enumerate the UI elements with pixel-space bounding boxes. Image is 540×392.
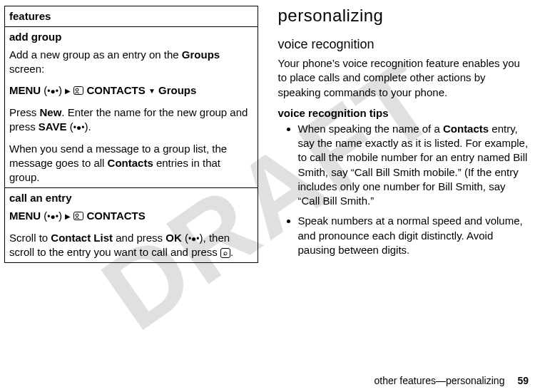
- text: Scroll to: [9, 232, 51, 244]
- groups-label: Groups: [158, 84, 196, 96]
- contacts-label: CONTACTS: [87, 210, 146, 222]
- menu-label: MENU: [9, 210, 41, 222]
- call-entry-title: call an entry: [9, 191, 253, 205]
- text: Press: [9, 106, 40, 118]
- contacts-label: Contacts: [443, 123, 489, 135]
- voice-recognition-heading: voice recognition: [278, 37, 529, 52]
- right-column: personalizing voice recognition Your pho…: [267, 6, 529, 392]
- contacts-label: Contacts: [108, 157, 153, 169]
- menu-label: MENU: [9, 84, 41, 96]
- voice-recognition-intro: Your phone’s voice recognition feature e…: [278, 56, 529, 100]
- add-group-menu-path: MENU (•●•) ▶ CONTACTS ▼ Groups: [9, 83, 253, 98]
- text: Add a new group as an entry on the: [9, 48, 182, 61]
- add-group-cell: add group Add a new group as an entry on…: [5, 27, 258, 188]
- groups-label: Groups: [182, 48, 220, 61]
- list-item: Speak numbers at a normal speed and volu…: [298, 214, 529, 257]
- text: .: [230, 246, 233, 258]
- call-entry-p1: Scroll to Contact List and press OK (•●•…: [9, 231, 253, 260]
- contacts-icon: [73, 84, 83, 98]
- list-item: When speaking the name of a Contacts ent…: [298, 122, 529, 209]
- contact-list-label: Contact List: [51, 232, 113, 244]
- call-entry-menu-path: MENU (•●•) ▶ CONTACTS: [9, 209, 253, 224]
- contacts-label: CONTACTS: [87, 84, 146, 96]
- text: and press: [113, 232, 165, 244]
- features-header: features: [5, 6, 258, 27]
- center-key-icon: •●•: [188, 234, 200, 244]
- text: .: [88, 120, 91, 133]
- left-column: features add group Add a new group as an…: [4, 6, 267, 392]
- right-arrow-icon: ▶: [65, 212, 71, 220]
- tips-list: When speaking the name of a Contacts ent…: [278, 122, 529, 257]
- save-label: SAVE: [39, 120, 67, 133]
- features-table: features add group Add a new group as an…: [4, 6, 258, 263]
- tips-heading: voice recognition tips: [278, 107, 529, 119]
- text: entry, say the name exactly as it is lis…: [298, 123, 529, 207]
- table-row: call an entry MENU (•●•) ▶ CONTACTS Scro…: [5, 188, 258, 263]
- svg-point-1: [76, 88, 78, 91]
- add-group-p2: Press New. Enter the name for the new gr…: [9, 105, 253, 135]
- center-key-icon: •●•: [47, 212, 58, 222]
- add-group-title: add group: [9, 30, 253, 44]
- center-key-icon: •●•: [47, 86, 58, 96]
- ok-label: OK: [165, 232, 182, 244]
- add-group-p3: When you send a message to a group list,…: [9, 142, 253, 185]
- page-content: features add group Add a new group as an…: [0, 0, 540, 392]
- contacts-icon: [73, 210, 83, 224]
- table-row: add group Add a new group as an entry on…: [5, 27, 258, 188]
- center-key-icon: •●•: [73, 123, 85, 133]
- text: screen:: [9, 63, 44, 75]
- table-row: features: [5, 6, 258, 27]
- right-arrow-icon: ▶: [65, 87, 71, 95]
- down-arrow-icon: ▼: [148, 87, 156, 95]
- call-entry-cell: call an entry MENU (•●•) ▶ CONTACTS Scro…: [5, 188, 258, 263]
- new-label: New: [40, 106, 62, 118]
- send-key-icon: ⌕: [220, 248, 230, 258]
- svg-point-3: [76, 214, 78, 217]
- personalizing-heading: personalizing: [278, 6, 529, 26]
- text: When speaking the name of a: [298, 123, 443, 135]
- add-group-p1: Add a new group as an entry on the Group…: [9, 48, 253, 77]
